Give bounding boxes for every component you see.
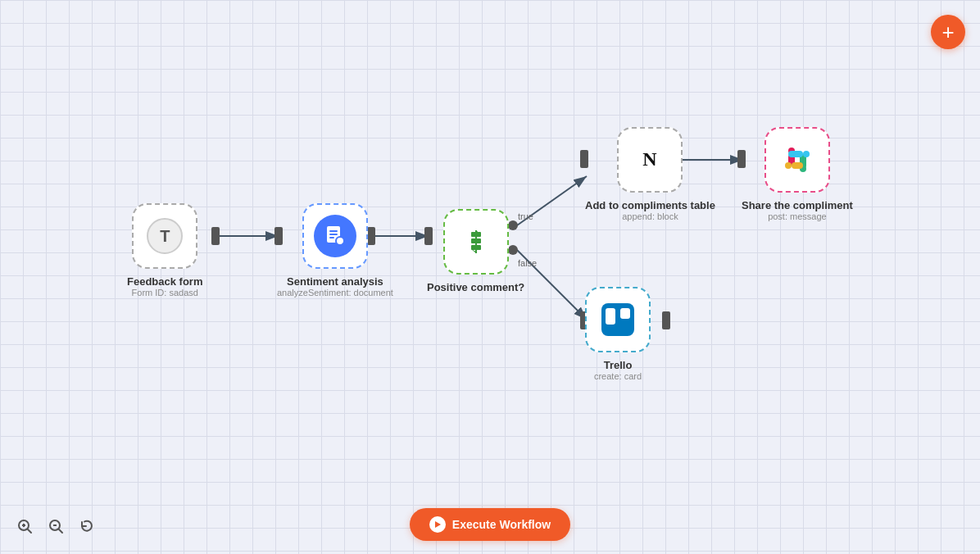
slack-label: Share the compliment xyxy=(742,199,853,211)
trello-label: Trello xyxy=(604,359,633,371)
svg-point-39 xyxy=(803,151,810,157)
svg-rect-19 xyxy=(329,230,338,232)
svg-rect-21 xyxy=(329,237,334,238)
trello-icon xyxy=(597,298,639,341)
svg-line-23 xyxy=(343,244,345,247)
node-trello[interactable]: Trello create: card xyxy=(585,287,651,381)
svg-rect-41 xyxy=(606,308,615,325)
positive-comment-label: Positive comment? xyxy=(427,281,524,293)
zoom-out-button[interactable] xyxy=(44,515,67,538)
bottom-toolbar: Execute Workflow xyxy=(0,508,980,541)
sentiment-label: Sentiment analysis xyxy=(287,275,383,288)
execute-label: Execute Workflow xyxy=(452,518,551,531)
zoom-in-button[interactable] xyxy=(13,515,36,538)
svg-text:N: N xyxy=(643,148,658,170)
slack-sublabel: post: message xyxy=(768,211,827,221)
svg-point-37 xyxy=(785,162,792,169)
trello-sublabel: create: card xyxy=(594,371,642,381)
svg-rect-42 xyxy=(620,308,630,319)
sentiment-sublabel: analyzeSentiment: document xyxy=(277,288,393,297)
slack-icon xyxy=(776,138,819,181)
notion-sublabel: append: block xyxy=(622,211,678,221)
zoom-controls xyxy=(13,515,98,538)
sentiment-icon xyxy=(314,215,356,257)
node-notion[interactable]: N Add to compliments table append: block xyxy=(585,127,715,221)
workflow-canvas: true false T Feedback form Form ID: sada… xyxy=(0,0,980,554)
t-icon: T xyxy=(147,218,183,254)
reset-button[interactable] xyxy=(75,515,98,538)
node-slack[interactable]: Share the compliment post: message xyxy=(742,127,853,221)
svg-rect-29 xyxy=(475,230,477,253)
notion-icon: N xyxy=(629,139,670,180)
svg-rect-20 xyxy=(329,234,338,235)
svg-rect-8 xyxy=(211,227,220,245)
svg-line-46 xyxy=(28,529,31,533)
feedback-form-label: Feedback form xyxy=(127,275,202,288)
feedback-form-sublabel: Form ID: sadasd xyxy=(132,288,198,297)
add-button[interactable]: + xyxy=(931,15,965,49)
svg-line-49 xyxy=(59,529,62,533)
node-feedback-form[interactable]: T Feedback form Form ID: sadasd xyxy=(127,203,202,297)
positive-icon xyxy=(455,220,497,263)
svg-rect-38 xyxy=(788,151,803,157)
svg-rect-15 xyxy=(662,311,670,329)
node-positive-comment[interactable]: Positive comment? xyxy=(427,209,524,293)
svg-rect-36 xyxy=(792,162,803,169)
node-sentiment-analysis[interactable]: Sentiment analysis analyzeSentiment: doc… xyxy=(277,203,393,297)
play-icon xyxy=(429,516,446,533)
notion-label: Add to compliments table xyxy=(585,199,715,211)
execute-workflow-button[interactable]: Execute Workflow xyxy=(410,508,570,541)
